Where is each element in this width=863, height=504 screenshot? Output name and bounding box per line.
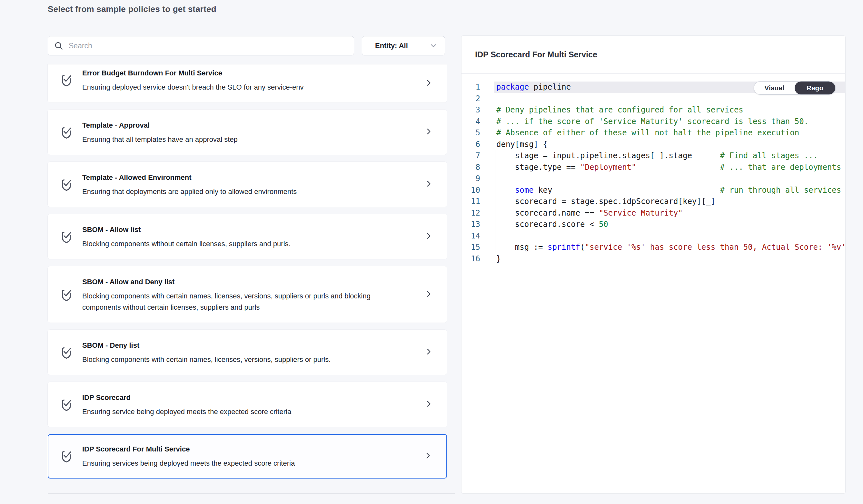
code-text: deny[msg] { — [495, 139, 845, 151]
line-number: 9 — [462, 173, 480, 185]
line-number: 16 — [462, 253, 480, 265]
code-line: 10 some key # run through all services — [462, 185, 845, 196]
code-line: 9 — [462, 173, 845, 185]
line-number: 8 — [462, 162, 480, 173]
policy-card[interactable]: Template - Allowed Environment Ensuring … — [48, 162, 447, 207]
policy-description: Blocking components with certain names, … — [82, 354, 379, 365]
visual-toggle-button[interactable]: Visual — [754, 81, 795, 94]
chevron-down-icon — [429, 41, 438, 50]
shield-check-icon — [60, 73, 73, 89]
code-lines: 1package pipeline23# Deny pipelines that… — [462, 81, 845, 264]
search-input[interactable] — [68, 41, 348, 51]
shield-check-icon — [60, 449, 73, 465]
chevron-right-icon — [424, 451, 432, 462]
line-number: 12 — [462, 208, 480, 219]
policy-card[interactable]: SBOM - Deny list Blocking components wit… — [48, 329, 447, 375]
policy-text: Template - Allowed Environment Ensuring … — [82, 173, 412, 197]
code-text: scorecard.score < 50 — [495, 219, 845, 230]
code-editor[interactable]: 1package pipeline23# Deny pipelines that… — [462, 74, 845, 264]
policy-card[interactable]: IDP Scorecard Ensuring service being dep… — [48, 382, 447, 427]
code-text: # ... if the score of 'Service Maturity'… — [495, 116, 845, 128]
policy-text: IDP Scorecard For Multi Service Ensuring… — [82, 445, 412, 469]
policy-description: Ensuring that deployments are applied on… — [82, 186, 379, 197]
code-line: 15 msg := sprintf("service '%s' has scor… — [462, 242, 845, 253]
policy-title: Template - Approval — [82, 121, 412, 130]
rego-toggle-button[interactable]: Rego — [795, 81, 835, 94]
code-text: scorecard.name == "Service Maturity" — [495, 208, 845, 219]
policy-description: Ensuring that all templates have an appr… — [82, 134, 379, 145]
chevron-right-icon — [424, 347, 433, 358]
code-line: 5# Absence of either of these will not h… — [462, 127, 845, 139]
policy-description: Ensuring deployed service doesn't breach… — [82, 81, 379, 93]
panel-title: IDP Scorecard For Multi Service — [475, 50, 597, 59]
shield-check-icon — [60, 287, 73, 303]
policy-card[interactable]: Error Budget Burndown For Multi Service … — [48, 64, 447, 102]
policy-card[interactable]: SBOM - Allow list Blocking components wi… — [48, 214, 447, 259]
policy-text: SBOM - Allow and Deny list Blocking comp… — [82, 278, 412, 313]
line-number: 6 — [462, 139, 480, 151]
shield-check-icon — [60, 177, 73, 193]
code-line: 13 scorecard.score < 50 — [462, 219, 845, 230]
panel-header: IDP Scorecard For Multi Service — [462, 36, 845, 74]
entity-filter-label: Entity: All — [375, 41, 429, 50]
line-number: 3 — [462, 104, 480, 116]
list-controls: Entity: All — [48, 36, 445, 55]
chevron-right-icon — [424, 179, 433, 190]
policy-detail-panel: IDP Scorecard For Multi Service Visual R… — [461, 36, 846, 494]
chevron-right-icon — [424, 399, 433, 410]
policy-title: SBOM - Allow list — [82, 225, 412, 234]
policy-text: Template - Approval Ensuring that all te… — [82, 121, 412, 145]
line-number: 13 — [462, 219, 480, 230]
entity-filter-dropdown[interactable]: Entity: All — [362, 36, 445, 55]
code-line: 12 scorecard.name == "Service Maturity" — [462, 208, 845, 219]
search-box[interactable] — [48, 36, 354, 55]
code-line: 8 stage.type == "Deployment" # ... that … — [462, 162, 845, 173]
policy-title: IDP Scorecard — [82, 393, 412, 402]
code-text: # Absence of either of these will not ha… — [495, 127, 845, 139]
policy-text: IDP Scorecard Ensuring service being dep… — [82, 393, 412, 417]
policy-title: Error Budget Burndown For Multi Service — [82, 69, 412, 77]
code-text: scorecard = stage.spec.idpScorecard[key]… — [495, 196, 845, 208]
code-line: 6deny[msg] { — [462, 139, 845, 151]
policy-title: Template - Allowed Environment — [82, 173, 412, 182]
chevron-right-icon — [424, 231, 433, 242]
code-text — [495, 230, 845, 242]
page-title: Select from sample policies to get start… — [48, 4, 216, 14]
line-number: 5 — [462, 127, 480, 139]
policy-description: Blocking components with certain names, … — [82, 290, 379, 313]
policy-title: SBOM - Allow and Deny list — [82, 278, 412, 286]
code-text: msg := sprintf("service '%s' has score l… — [495, 242, 845, 253]
code-line: 14 — [462, 230, 845, 242]
shield-check-icon — [60, 397, 73, 413]
policy-text: SBOM - Deny list Blocking components wit… — [82, 341, 412, 365]
view-mode-toggle[interactable]: Visual Rego — [754, 81, 836, 95]
code-text: # Deny pipelines that are configured for… — [495, 104, 845, 116]
line-number: 2 — [462, 93, 480, 105]
line-number: 14 — [462, 230, 480, 242]
code-text — [495, 173, 845, 185]
policy-description: Ensuring service being deployed meets th… — [82, 406, 379, 417]
policy-text: Error Budget Burndown For Multi Service … — [82, 69, 412, 93]
code-text: stage = input.pipeline.stages[_].stage #… — [495, 150, 845, 162]
code-text: stage.type == "Deployment" # ... that ar… — [495, 162, 845, 173]
policy-title: IDP Scorecard For Multi Service — [82, 445, 412, 453]
policy-description: Ensuring services being deployed meets t… — [82, 457, 379, 469]
code-line: 7 stage = input.pipeline.stages[_].stage… — [462, 150, 845, 162]
policy-title: SBOM - Deny list — [82, 341, 412, 350]
line-number: 1 — [462, 81, 480, 93]
shield-check-icon — [60, 230, 73, 246]
code-text: } — [495, 253, 845, 265]
chevron-right-icon — [424, 127, 433, 138]
search-icon — [54, 41, 64, 51]
policy-list: Error Budget Burndown For Multi Service … — [48, 64, 447, 486]
code-line: 11 scorecard = stage.spec.idpScorecard[k… — [462, 196, 845, 208]
line-number: 7 — [462, 150, 480, 162]
policy-card[interactable]: IDP Scorecard For Multi Service Ensuring… — [48, 434, 447, 479]
code-line: 16} — [462, 253, 845, 265]
code-line: 3# Deny pipelines that are configured fo… — [462, 104, 845, 116]
policy-card[interactable]: Template - Approval Ensuring that all te… — [48, 109, 447, 155]
line-number: 11 — [462, 196, 480, 208]
policy-card[interactable]: SBOM - Allow and Deny list Blocking comp… — [48, 266, 447, 323]
line-number: 15 — [462, 242, 480, 253]
shield-check-icon — [60, 125, 73, 141]
